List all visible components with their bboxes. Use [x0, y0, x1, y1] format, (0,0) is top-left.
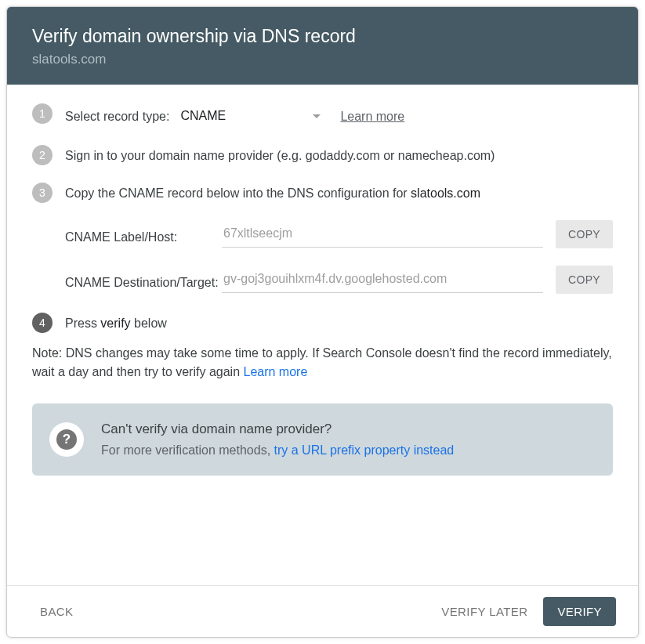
info-title: Can't verify via domain name provider? — [101, 419, 454, 440]
cname-destination-input[interactable] — [222, 266, 543, 293]
cname-label-host-row: CNAME Label/Host: COPY — [65, 220, 613, 248]
dns-note-learn-more-link[interactable]: Learn more — [243, 365, 307, 378]
back-button[interactable]: BACK — [29, 597, 84, 626]
step-3-domain: slatools.com — [411, 186, 480, 200]
dialog-footer: BACK VERIFY LATER VERIFY — [7, 585, 638, 637]
copy-destination-button[interactable]: COPY — [556, 266, 613, 294]
learn-more-link[interactable]: Learn more — [340, 107, 404, 126]
cname-label-host-label: CNAME Label/Host: — [65, 220, 222, 247]
step-2: 2 Sign in to your domain name provider (… — [32, 145, 613, 165]
dialog-header: Verify domain ownership via DNS record s… — [7, 7, 638, 85]
step-4-bold: verify — [100, 317, 130, 330]
step-1: 1 Select record type: CNAME Learn more — [32, 103, 613, 128]
cname-destination-label: CNAME Destination/Target: — [65, 266, 222, 292]
step-3: 3 Copy the CNAME record below into the D… — [32, 183, 613, 203]
step-4-prefix: Press — [65, 317, 100, 330]
step-number: 1 — [32, 103, 53, 124]
step-number: 4 — [32, 313, 53, 333]
help-icon-wrap: ? — [49, 422, 84, 457]
chevron-down-icon — [312, 107, 321, 125]
verify-later-button[interactable]: VERIFY LATER — [430, 597, 538, 626]
step-4: 4 Press verify below — [32, 313, 613, 333]
step-1-label: Select record type: — [65, 107, 169, 126]
dialog-subtitle: slatools.com — [32, 52, 613, 67]
step-number: 2 — [32, 145, 53, 165]
dns-note: Note: DNS changes may take some time to … — [32, 344, 613, 382]
step-3-prefix: Copy the CNAME record below into the DNS… — [65, 186, 411, 200]
verify-button[interactable]: VERIFY — [543, 597, 616, 626]
url-prefix-link[interactable]: try a URL prefix property instead — [274, 443, 455, 457]
step-4-suffix: below — [131, 317, 167, 330]
copy-label-host-button[interactable]: COPY — [556, 220, 613, 248]
info-text: For more verification methods, try a URL… — [101, 441, 454, 460]
cname-destination-row: CNAME Destination/Target: COPY — [65, 266, 613, 294]
dns-note-text: Note: DNS changes may take some time to … — [32, 346, 612, 378]
alt-verification-info: ? Can't verify via domain name provider?… — [32, 403, 613, 476]
info-text-prefix: For more verification methods, — [101, 443, 274, 457]
step-number: 3 — [32, 183, 53, 203]
record-type-select[interactable]: CNAME — [180, 105, 321, 128]
record-type-value: CNAME — [180, 107, 281, 125]
dialog-title: Verify domain ownership via DNS record — [32, 26, 613, 47]
help-icon: ? — [56, 429, 77, 450]
verify-domain-dialog: Verify domain ownership via DNS record s… — [6, 6, 639, 638]
step-2-text: Sign in to your domain name provider (e.… — [65, 149, 495, 162]
dialog-content: 1 Select record type: CNAME Learn more 2… — [7, 85, 638, 585]
cname-label-host-input[interactable] — [222, 220, 543, 248]
cname-fields: CNAME Label/Host: COPY CNAME Destination… — [65, 220, 613, 294]
